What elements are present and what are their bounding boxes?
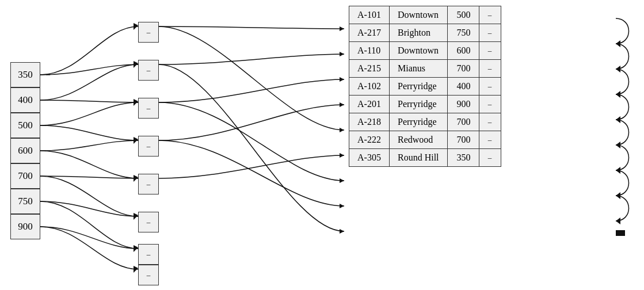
line-mid1-row8 (159, 64, 344, 231)
line-mid0-row4 (159, 26, 344, 130)
cell-4-balance: 400 (447, 78, 479, 96)
cell-7-branch: Redwood (390, 131, 448, 149)
table-row-2: A-110Downtown600– (349, 42, 501, 60)
arr-mid2-r6 (340, 178, 344, 183)
line-900-mid6 (40, 227, 138, 249)
arr-mid1-r1 (340, 52, 344, 56)
cell-7-account: A-222 (349, 131, 390, 149)
cell-8-ptr: – (479, 149, 501, 167)
mid-cell-1: – (138, 60, 159, 81)
cell-4-branch: Perryridge (390, 78, 448, 96)
cell-5-balance: 900 (447, 96, 479, 113)
cell-6-branch: Perryridge (390, 113, 448, 131)
cell-2-balance: 600 (447, 42, 479, 60)
mid-cell-5: – (138, 212, 159, 232)
table-row-6: A-218Perryridge700– (349, 113, 501, 131)
cell-1-ptr: – (479, 24, 501, 42)
line-600-mid4 (40, 151, 138, 178)
account-table: A-101Downtown500–A-217Brighton750–A-110D… (349, 6, 501, 167)
left-cell-1: 400 – (10, 87, 40, 113)
cell-7-ptr: – (479, 131, 501, 149)
line-mid4-row5 (159, 155, 344, 178)
mid-cell-7: – (138, 265, 159, 285)
cell-3-account: A-215 (349, 60, 390, 78)
left-cell-2: 500 – (10, 113, 40, 138)
left-cell-6: 900 – (10, 214, 40, 239)
right-chain-svg (616, 6, 644, 253)
table-row-5: A-201Perryridge900– (349, 96, 501, 113)
cell-8-branch: Round Hill (390, 149, 448, 167)
table-row-0: A-101Downtown500– (349, 6, 501, 24)
arrow-mid1 (134, 61, 138, 68)
mid-cell-4: – (138, 174, 159, 194)
arr-mid3-r3 (340, 102, 344, 107)
line-400-mid1 (40, 64, 138, 100)
chain-0-1 (616, 18, 629, 44)
chain-2-3 (616, 69, 629, 94)
cell-0-balance: 500 (447, 6, 479, 24)
line-600-mid3 (40, 140, 138, 151)
arr-mid4-r5 (340, 153, 344, 158)
chain-arr-78 (616, 217, 620, 224)
mid-cell-6: – (138, 244, 159, 265)
connections-svg (0, 0, 644, 290)
line-500-mid2 (40, 102, 138, 125)
line-500-mid3 (40, 125, 138, 140)
line-mid2-row6 (159, 102, 344, 181)
line-700-mid5 (40, 176, 138, 216)
arrow-mid3 (134, 137, 138, 144)
cell-1-account: A-217 (349, 24, 390, 42)
cell-3-balance: 700 (447, 60, 479, 78)
left-cell-0: 350 – (10, 62, 40, 87)
arrow-mid7 (134, 266, 138, 273)
line-700-mid4 (40, 176, 138, 178)
cell-4-ptr: – (479, 78, 501, 96)
chain-1-2 (616, 44, 629, 69)
chain-5-6 (616, 145, 629, 170)
arrow-mid0 (134, 23, 138, 30)
arr-mid2-r2 (340, 77, 344, 82)
cell-5-account: A-201 (349, 96, 390, 113)
cell-7-balance: 700 (447, 131, 479, 149)
cell-1-branch: Brighton (390, 24, 448, 42)
line-750-mid6 (40, 201, 138, 249)
left-cell-5: 750 – (10, 189, 40, 214)
cell-5-branch: Perryridge (390, 96, 448, 113)
line-mid1-row1 (159, 54, 344, 64)
arr-mid0-r4 (340, 128, 344, 132)
line-900-mid7 (40, 227, 138, 269)
line-350-mid1 (40, 64, 138, 75)
table-row-4: A-102Perryridge400– (349, 78, 501, 96)
line-mid2-row2 (159, 79, 344, 102)
arrow-mid6 (134, 245, 138, 252)
cell-0-branch: Downtown (390, 6, 448, 24)
arr-mid0-r0 (340, 26, 344, 31)
line-mid0-row0 (159, 26, 344, 29)
arrow-mid5 (134, 213, 138, 220)
table-row-7: A-222Redwood700– (349, 131, 501, 149)
chain-3-4 (616, 94, 629, 120)
line-mid3-row7 (159, 140, 344, 206)
arr-mid1-r8 (340, 229, 344, 234)
mid-cell-0: – (138, 22, 159, 43)
mid-cell-2: – (138, 98, 159, 119)
arr-mid3-r7 (340, 204, 344, 208)
cell-6-account: A-218 (349, 113, 390, 131)
cell-0-ptr: – (479, 6, 501, 24)
line-400-mid2 (40, 100, 138, 102)
chain-6-7 (616, 170, 629, 196)
left-cell-3: 600 – (10, 138, 40, 163)
cell-1-balance: 750 (447, 24, 479, 42)
line-mid3-row3 (159, 105, 344, 140)
cell-2-branch: Downtown (390, 42, 448, 60)
cell-8-balance: 350 (447, 149, 479, 167)
cell-5-ptr: – (479, 96, 501, 113)
cell-3-branch: Mianus (390, 60, 448, 78)
line-750-mid5 (40, 201, 138, 216)
cell-8-account: A-305 (349, 149, 390, 167)
line-350-mid0 (40, 26, 138, 75)
cell-6-ptr: – (479, 113, 501, 131)
cell-6-balance: 700 (447, 113, 479, 131)
cell-0-account: A-101 (349, 6, 390, 24)
table-row-3: A-215Mianus700– (349, 60, 501, 78)
